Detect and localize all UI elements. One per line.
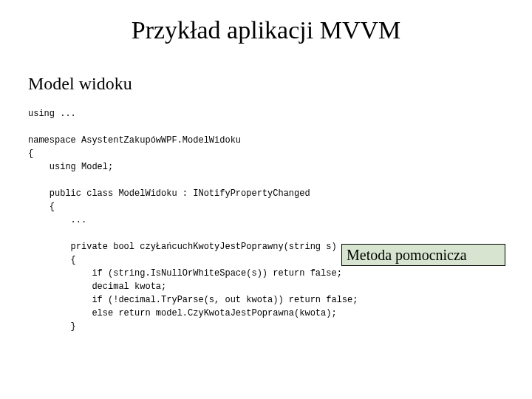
code-line: private bool czyŁańcuchKwotyJestPoprawny… (28, 242, 337, 252)
code-line: public class ModelWidoku : INotifyProper… (28, 188, 310, 199)
callout-box: Metoda pomocnicza (341, 244, 505, 266)
code-line: namespace AsystentZakupówWPF.ModelWidoku (28, 135, 241, 146)
callout-text: Metoda pomocnicza (347, 247, 467, 264)
slide-title: Przykład aplikacji MVVM (0, 16, 532, 44)
code-line: if (string.IsNullOrWhiteSpace(s)) return… (28, 268, 342, 279)
code-line: using Model; (28, 162, 113, 172)
code-line: { (28, 149, 33, 159)
code-line: if (!decimal.TryParse(s, out kwota)) ret… (28, 295, 358, 305)
code-line: { (28, 202, 55, 212)
code-line: { (28, 255, 76, 265)
code-line: decimal kwota; (28, 282, 166, 292)
code-line: } (28, 321, 76, 332)
code-line: using ... (28, 109, 76, 119)
code-block: using ... namespace AsystentZakupówWPF.M… (28, 107, 532, 333)
slide-subtitle: Model widoku (28, 74, 532, 94)
code-line: ... (28, 215, 86, 225)
code-line: else return model.CzyKwotaJestPoprawna(k… (28, 308, 337, 318)
